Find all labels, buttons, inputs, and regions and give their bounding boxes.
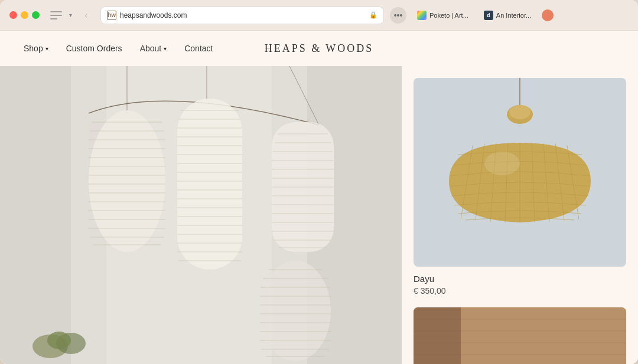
- minimize-button[interactable]: [21, 11, 28, 19]
- dayu-product-image: [414, 78, 626, 267]
- poketo-tab-label: Poketo | Art...: [429, 12, 468, 19]
- nav-item-shop[interactable]: Shop ▾: [24, 44, 48, 53]
- fullscreen-button[interactable]: [32, 11, 40, 19]
- product-card-lup[interactable]: Lup € 22...: [414, 307, 626, 364]
- site-logo[interactable]: HEAPS & WOODS: [220, 42, 417, 55]
- favicon-icon: hw: [107, 11, 116, 20]
- nav-item-custom-orders[interactable]: Custom Orders: [66, 44, 122, 53]
- hero-panel: [0, 66, 402, 364]
- extra-tab-button[interactable]: [542, 9, 554, 21]
- product-price-dayu: € 350,00: [414, 286, 626, 296]
- ellipsis-icon: •••: [394, 11, 403, 20]
- tab-interior[interactable]: d An Interior...: [479, 8, 536, 23]
- chevron-left-icon: ‹: [84, 10, 87, 21]
- svg-point-84: [484, 152, 520, 175]
- svg-point-56: [260, 261, 331, 361]
- website-content: Shop ▾ Custom Orders About ▾ Contact HEA…: [0, 31, 638, 364]
- lock-icon: 🔒: [369, 11, 377, 19]
- content-area: Dayu € 350,00: [0, 66, 638, 364]
- svg-rect-22: [177, 99, 242, 270]
- svg-rect-93: [414, 307, 461, 364]
- product-image-lup: [414, 307, 626, 364]
- chevron-down-icon: ▾: [69, 12, 72, 18]
- product-image-dayu: [414, 78, 626, 267]
- nav-item-contact[interactable]: Contact: [184, 44, 213, 53]
- poketo-favicon-icon: [417, 11, 427, 20]
- address-bar[interactable]: hw heapsandwoods.com 🔒: [100, 6, 384, 24]
- nav-left-group: Shop ▾ Custom Orders About ▾ Contact: [24, 44, 220, 53]
- hero-image: [0, 66, 402, 364]
- about-chevron-icon: ▾: [164, 45, 167, 52]
- shop-chevron-icon: ▾: [45, 45, 48, 52]
- more-options-button[interactable]: •••: [390, 7, 406, 24]
- interior-favicon-icon: d: [484, 11, 493, 20]
- titlebar: ▾ ‹ hw heapsandwoods.com 🔒 ••• Poketo | …: [0, 0, 638, 31]
- sidebar-toggle-button[interactable]: [50, 11, 62, 19]
- back-button[interactable]: ‹: [78, 7, 95, 24]
- svg-point-6: [89, 110, 165, 252]
- svg-point-70: [47, 332, 71, 349]
- interior-tab-label: An Interior...: [496, 12, 531, 19]
- browser-window: ▾ ‹ hw heapsandwoods.com 🔒 ••• Poketo | …: [0, 0, 638, 364]
- traffic-lights: [9, 11, 40, 19]
- site-navigation: Shop ▾ Custom Orders About ▾ Contact HEA…: [0, 31, 638, 66]
- nav-item-about[interactable]: About ▾: [140, 44, 167, 53]
- url-text: heapsandwoods.com: [120, 11, 366, 19]
- product-info-dayu: Dayu € 350,00: [414, 267, 626, 296]
- product-name-dayu: Dayu: [414, 274, 626, 284]
- svg-point-74: [509, 105, 530, 119]
- products-sidebar: Dayu € 350,00: [402, 66, 638, 364]
- lup-product-image: [414, 307, 626, 364]
- close-button[interactable]: [9, 11, 17, 19]
- product-card-dayu[interactable]: Dayu € 350,00: [414, 78, 626, 296]
- tab-poketo[interactable]: Poketo | Art...: [412, 8, 473, 23]
